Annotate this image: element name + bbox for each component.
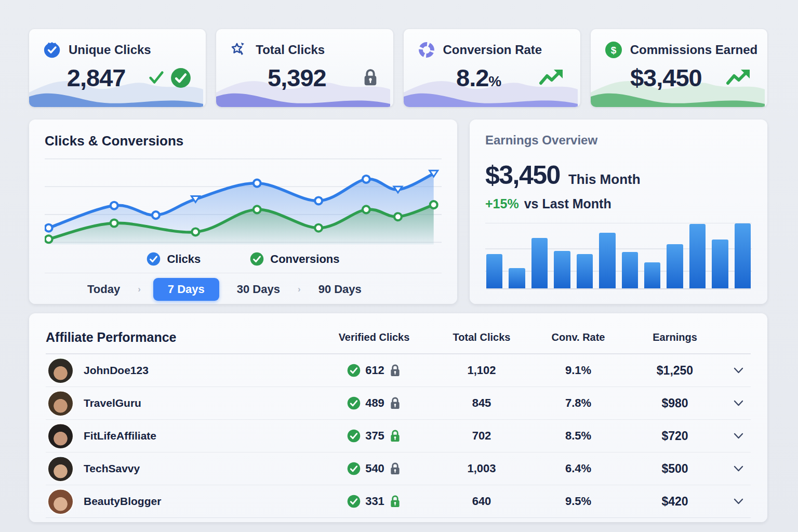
stat-card-trailing: [148, 68, 191, 88]
total-clicks-value: 640: [431, 495, 533, 508]
stat-card-value-row: 5,392: [216, 59, 393, 92]
earnings-amount: $3,450: [485, 160, 560, 190]
avatar: [48, 391, 73, 416]
verified-clicks-cell: 331: [317, 495, 431, 509]
earnings-bar: [735, 223, 751, 288]
stat-card-commissions-earned: $ Commissions Earned $3,450: [591, 29, 767, 107]
verified-clicks-value: 612: [365, 364, 384, 377]
affiliate-performance-panel: Affiliate Performance Verified ClicksTot…: [29, 313, 767, 522]
table-header-row: Affiliate Performance Verified ClicksTot…: [46, 324, 751, 354]
conv-rate-value: 7.8%: [533, 396, 624, 410]
range-tab-today[interactable]: Today: [82, 278, 125, 300]
row-expand-button[interactable]: [726, 463, 751, 474]
lock-icon: [389, 396, 401, 410]
earnings-bar: [689, 224, 706, 288]
verified-check-icon: [347, 396, 361, 410]
verified-clicks-cell: 540: [317, 462, 431, 476]
clicks-conversions-panel: Clicks & Conversions Clicks Conversions …: [29, 119, 457, 304]
earnings-value: $720: [624, 429, 726, 443]
earnings-value: $420: [624, 495, 726, 509]
conv-rate-value: 6.4%: [533, 462, 624, 475]
segmented-donut-icon: [417, 41, 436, 59]
check-icon: [148, 68, 165, 88]
table-row[interactable]: TravelGuru 489 845 7.8% $980: [46, 387, 751, 420]
lock-icon: [389, 429, 401, 443]
earnings-bar: [577, 254, 593, 288]
earnings-bar: [644, 262, 660, 288]
middle-row: Clicks & Conversions Clicks Conversions …: [29, 119, 767, 304]
total-clicks-value: 1,003: [431, 462, 533, 475]
lock-icon: [389, 462, 401, 476]
stat-card-trailing: [726, 68, 753, 88]
earnings-amount-row: $3,450 This Month: [485, 160, 752, 190]
verified-clicks-value: 489: [365, 396, 384, 410]
row-expand-button[interactable]: [726, 431, 751, 441]
earnings-delta-label: vs Last Month: [524, 196, 611, 211]
clicks-conversions-chart: [45, 157, 442, 250]
affiliate-cell: JohnDoe123: [46, 358, 317, 383]
earnings-bar: [509, 268, 525, 288]
stat-card-value: $3,450: [606, 63, 726, 92]
range-tab-30-days[interactable]: 30 Days: [232, 278, 285, 300]
range-tab-90-days[interactable]: 90 Days: [313, 278, 367, 300]
earnings-bar: [599, 233, 615, 289]
chevron-down-icon: [734, 466, 743, 472]
stat-card-total-clicks: Total Clicks 5,392: [216, 29, 393, 107]
total-clicks-value: 702: [431, 429, 533, 443]
verified-clicks-value: 375: [365, 429, 384, 443]
earnings-bar: [622, 252, 638, 288]
chevron-right-icon: ›: [298, 284, 301, 295]
table-row[interactable]: JohnDoe123 612 1,102 9.1% $1,250: [46, 354, 751, 387]
total-clicks-value: 845: [431, 396, 533, 410]
dollar-circle-icon: $: [604, 41, 623, 59]
verified-clicks-cell: 375: [317, 429, 431, 443]
affiliate-name: JohnDoe123: [84, 364, 149, 377]
time-range-tabs: Today›7 Days30 Days›90 Days: [45, 273, 442, 301]
table-row[interactable]: TechSavvy 540 1,003 6.4% $500: [46, 453, 751, 485]
affiliate-cell: BeautyBlogger: [46, 489, 317, 514]
verified-circle-check-icon: [170, 68, 191, 88]
legend-item-conversions[interactable]: Conversions: [250, 252, 339, 266]
stat-card-label: Conversion Rate: [443, 43, 542, 57]
affiliate-cell: TravelGuru: [46, 391, 317, 416]
table-row[interactable]: FitLifeAffiliate 375 702 8.5% $720: [46, 420, 751, 453]
row-expand-button[interactable]: [726, 365, 751, 376]
star-click-icon: [230, 41, 248, 59]
stat-card-header: Unique Clicks: [29, 29, 206, 59]
legend-label: Clicks: [167, 252, 201, 266]
chevron-right-icon: ›: [138, 284, 141, 295]
earnings-value: $500: [624, 462, 726, 476]
legend-item-clicks[interactable]: Clicks: [147, 252, 201, 266]
clicks-conversions-title: Clicks & Conversions: [45, 133, 442, 149]
trend-up-icon: [539, 68, 566, 88]
legend-label: Conversions: [270, 252, 339, 266]
table-row[interactable]: BeautyBlogger 331 640 9.5% $420: [46, 485, 751, 518]
column-header-verified-clicks: Verified Clicks: [317, 331, 431, 343]
svg-text:$: $: [610, 45, 616, 56]
table-body: JohnDoe123 612 1,102 9.1% $1,250 TravelG…: [46, 354, 751, 518]
earnings-delta-row: +15% vs Last Month: [485, 196, 752, 211]
lock-icon: [362, 68, 379, 88]
earnings-title: Earnings Overview: [485, 133, 752, 148]
affiliate-name: BeautyBlogger: [84, 495, 161, 508]
row-expand-button[interactable]: [726, 398, 751, 408]
affiliate-name: FitLifeAffiliate: [84, 430, 156, 442]
affiliate-name: TechSavvy: [84, 462, 140, 475]
affiliate-cell: FitLifeAffiliate: [46, 424, 317, 448]
earnings-delta: +15%: [485, 196, 519, 211]
affiliate-name: TravelGuru: [84, 397, 141, 409]
stat-card-value: 2,847: [45, 63, 148, 92]
verified-clicks-cell: 489: [317, 396, 431, 410]
row-expand-button[interactable]: [726, 496, 751, 507]
verified-clicks-value: 331: [365, 495, 384, 508]
range-tab-7-days[interactable]: 7 Days: [153, 278, 219, 301]
earnings-bar: [531, 238, 548, 289]
stat-card-conversion-rate: Conversion Rate 8.2%: [404, 29, 580, 107]
earnings-value: $980: [624, 396, 726, 410]
stat-card-header: Conversion Rate: [404, 29, 580, 59]
badge-check-icon: [43, 41, 61, 59]
stat-card-header: Total Clicks: [216, 29, 393, 59]
earnings-bar: [486, 254, 502, 288]
lock-icon: [389, 495, 401, 509]
legend-circle-check-icon: [147, 252, 161, 266]
